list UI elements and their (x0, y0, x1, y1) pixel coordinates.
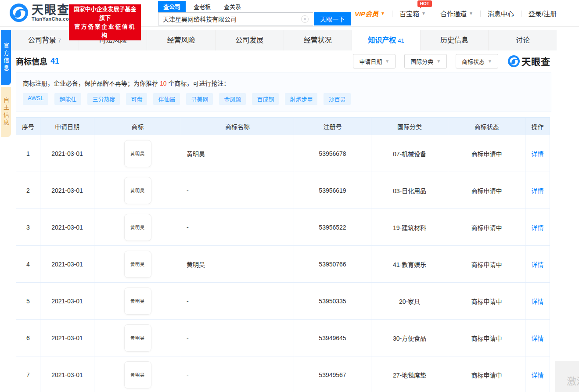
brand-domain: TianYanCha.com (32, 16, 73, 22)
filter-label: 申请日期 (359, 57, 382, 65)
section-count: 41 (50, 57, 59, 66)
detail-link[interactable]: 详情 (532, 372, 544, 379)
cell-action: 详情 (525, 135, 550, 172)
cell-reg-no: 53950766 (294, 246, 371, 283)
trademark-image[interactable]: 黄明昊 (124, 214, 151, 241)
cell-index: 1 (16, 135, 40, 172)
trademark-tag[interactable]: 金凤颂 (219, 93, 246, 105)
table-body: 12021-03-01黄明昊黄明昊5395667807-机械设备商标申请中详情2… (16, 135, 550, 392)
cell-index: 7 (16, 356, 40, 392)
cell-intl-class: 30-方便食品 (371, 320, 448, 356)
trademark-tag[interactable]: 超能仕 (54, 93, 81, 105)
tab-经营状况[interactable]: 经营状况 (284, 30, 352, 50)
column-header-商标状态: 商标状态 (448, 118, 525, 135)
cell-status: 商标申请中 (448, 135, 525, 172)
trademark-image-text: 黄明昊 (130, 371, 145, 378)
filter-商标状态[interactable]: 商标状态▼ (456, 54, 498, 68)
cell-status: 商标申请中 (448, 209, 525, 246)
ribbon-official-info[interactable]: 官方信息 (1, 30, 11, 85)
search-tab-查老板[interactable]: 查老板 (188, 1, 216, 12)
cell-index: 2 (16, 172, 40, 209)
trademark-tag[interactable]: 沙百灵 (324, 93, 350, 105)
cell-mark-name: - (181, 356, 294, 392)
trademark-tag[interactable]: 寻美网 (186, 93, 213, 105)
cell-action: 详情 (525, 283, 550, 320)
cell-action: 详情 (525, 172, 550, 209)
nav-item-label: 消息中心 (488, 9, 514, 18)
cell-intl-class: 20-家具 (371, 283, 448, 320)
detail-link[interactable]: 详情 (532, 261, 544, 268)
clear-search-icon[interactable]: × (301, 15, 309, 23)
nav-item-登录/注册[interactable]: 登录/注册 (529, 9, 557, 18)
cell-mark-name: - (181, 283, 294, 320)
nav-item-百宝箱[interactable]: 百宝箱▼HOT (399, 9, 426, 18)
company-detail-card: 公司背景7司法风险经营风险公司发展经营状况知识产权41历史信息讨论 商标信息 4… (11, 30, 557, 392)
detail-link[interactable]: 详情 (532, 298, 544, 305)
trademark-image[interactable]: 黄明昊 (124, 177, 151, 204)
promo-text: 商标注册，企业必备，保护品牌不再等；为你推荐 10 个商标，可进行抢注： (23, 79, 544, 87)
tab-公司发展[interactable]: 公司发展 (216, 30, 284, 50)
cell-intl-class: 03-日化用品 (371, 172, 448, 209)
tab-讨论[interactable]: 讨论 (489, 30, 557, 50)
nav-item-label: 百宝箱 (399, 9, 419, 18)
cell-reg-no: 53956678 (294, 135, 371, 172)
cell-status: 商标申请中 (448, 356, 525, 392)
detail-link[interactable]: 详情 (532, 335, 544, 342)
search-tab-查关系[interactable]: 查关系 (219, 1, 246, 12)
tianyancha-logo[interactable]: 天眼查 TianYanCha.com (10, 4, 73, 22)
trademark-tag[interactable]: 三分热度 (87, 93, 120, 105)
trademark-image-text: 黄明昊 (130, 150, 145, 157)
cell-intl-class: 19-建筑材料 (371, 209, 448, 246)
trademark-image-text: 黄明昊 (130, 334, 145, 341)
promo-count: 10 (160, 80, 167, 87)
trademark-image-text: 黄明昊 (130, 224, 145, 230)
nav-item-label: VIP会员 (355, 9, 378, 18)
tab-经营风险[interactable]: 经营风险 (147, 30, 216, 50)
trademark-image[interactable]: 黄明昊 (124, 361, 151, 388)
trademark-tag[interactable]: 射炮步甲 (285, 93, 317, 105)
detail-link[interactable]: 详情 (532, 187, 544, 194)
trademark-image[interactable]: 黄明昊 (124, 324, 151, 352)
column-header-商标名称: 商标名称 (181, 118, 294, 135)
trademark-image[interactable]: 黄明昊 (124, 140, 151, 167)
trademark-tag[interactable]: 伴仙居 (153, 93, 180, 105)
table-row: 62021-03-01黄明昊-5394964530-方便食品商标申请中详情 (16, 320, 550, 356)
detail-link[interactable]: 详情 (532, 151, 544, 158)
tab-知识产权[interactable]: 知识产权41 (352, 30, 421, 50)
search-tab-查公司[interactable]: 查公司 (158, 1, 186, 12)
chevron-down-icon: ▼ (421, 11, 426, 16)
brand-watermark: 天眼查 (508, 54, 550, 68)
cell-mark-image: 黄明昊 (94, 356, 181, 392)
cell-index: 4 (16, 246, 40, 283)
cell-action: 详情 (525, 246, 550, 283)
filter-国际分类[interactable]: 国际分类▼ (404, 54, 447, 68)
cell-reg-no: 53949645 (294, 320, 371, 356)
trademark-image[interactable]: 黄明昊 (124, 288, 151, 315)
cell-intl-class: 07-机械设备 (371, 135, 448, 172)
table-row: 72021-03-01黄明昊-5394956727-地毯席垫商标申请中详情 (16, 356, 550, 392)
cell-action: 详情 (525, 356, 550, 392)
trademark-image-text: 黄明昊 (130, 261, 145, 267)
trademark-tag[interactable]: 百成钢 (252, 93, 279, 105)
cell-intl-class: 41-教育娱乐 (371, 246, 448, 283)
nav-item-消息中心[interactable]: 消息中心 (488, 9, 514, 18)
recommended-trademark-tags: AWSL超能仕三分热度可盘伴仙居寻美网金凤颂百成钢射炮步甲沙百灵 (23, 93, 544, 105)
search-input[interactable] (158, 12, 313, 25)
cell-apply-date: 2021-03-01 (40, 135, 94, 172)
ribbon-self-info[interactable]: 自主信息 (1, 87, 11, 137)
nav-item-label: 合作通道 (440, 9, 467, 18)
detail-link[interactable]: 详情 (532, 224, 544, 231)
chevron-down-icon: ▼ (381, 11, 385, 16)
nav-item-VIP会员[interactable]: VIP会员▼ (355, 9, 385, 18)
trademark-image[interactable]: 黄明昊 (124, 251, 151, 278)
tab-历史信息[interactable]: 历史信息 (421, 30, 489, 50)
trademark-tag[interactable]: 可盘 (126, 93, 147, 105)
nav-item-合作通道[interactable]: 合作通道▼ (440, 9, 473, 18)
tab-label: 讨论 (516, 36, 530, 44)
search-area: 查公司查老板查关系 × 天眼一下 (158, 2, 351, 25)
search-button[interactable]: 天眼一下 (314, 12, 351, 25)
trademark-tag[interactable]: AWSL (23, 93, 48, 105)
filter-申请日期[interactable]: 申请日期▼ (353, 54, 396, 68)
filter-label: 商标状态 (462, 57, 485, 65)
chevron-down-icon: ▼ (436, 59, 441, 64)
